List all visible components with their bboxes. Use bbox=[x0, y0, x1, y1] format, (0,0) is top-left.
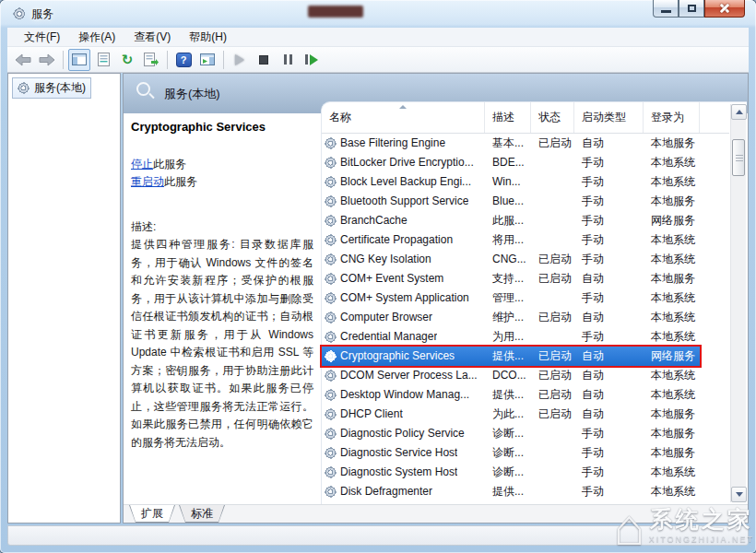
column-header-name[interactable]: 名称 bbox=[322, 102, 485, 133]
titlebar[interactable]: 服务 bbox=[0, 0, 756, 28]
menu-item[interactable]: 操作(A) bbox=[69, 28, 124, 47]
service-row[interactable]: Computer Browser 维护... 已启动 自动 本地系统 bbox=[322, 308, 700, 327]
scroll-down-button[interactable] bbox=[731, 487, 747, 502]
service-gear-icon bbox=[325, 486, 337, 498]
magnifier-gear-icon bbox=[136, 82, 150, 96]
service-row[interactable]: DCOM Server Process La... DCO... 已启动 自动 … bbox=[322, 366, 700, 385]
service-gear-icon bbox=[325, 312, 337, 324]
toolbar-separator bbox=[167, 51, 168, 69]
sort-ascending-icon bbox=[399, 105, 407, 109]
service-row[interactable]: Certificate Propagation 将用... 手动 本地系统 bbox=[322, 230, 700, 250]
extended-description-panel: Cryptographic Services 停止此服务 重启动此服务 描述: … bbox=[124, 113, 322, 504]
toolbar-separator bbox=[63, 51, 64, 69]
service-gear-icon bbox=[325, 253, 337, 265]
services-pane: 服务(本地) Cryptographic Services 停止此服务 重启动此… bbox=[123, 73, 749, 524]
service-row[interactable]: Diagnostic Policy Service 诊断... 手动 本地服务 bbox=[322, 424, 700, 443]
service-gear-icon bbox=[325, 234, 337, 246]
console-tree-panel: 服务(本地) bbox=[7, 73, 121, 524]
export-list-icon[interactable] bbox=[140, 49, 162, 71]
services-icon bbox=[18, 82, 30, 94]
toolbar-separator bbox=[223, 51, 224, 69]
pause-service-icon[interactable] bbox=[277, 49, 299, 71]
tree-item-services-local[interactable]: 服务(本地) bbox=[12, 77, 91, 99]
service-row[interactable]: CNG Key Isolation CNG... 已启动 手动 本地系统 bbox=[322, 250, 700, 269]
service-gear-icon bbox=[325, 137, 337, 149]
vertical-scrollbar[interactable] bbox=[730, 104, 746, 502]
service-row[interactable]: COM+ Event System 支持... 已启动 自动 本地服务 bbox=[322, 269, 700, 288]
list-header: 名称 描述 状态 启动类型 登录为 bbox=[322, 102, 729, 134]
start-service-icon[interactable] bbox=[229, 49, 251, 71]
service-gear-icon bbox=[325, 215, 337, 227]
stop-service-line: 停止此服务 bbox=[131, 156, 313, 173]
window-title: 服务 bbox=[31, 6, 53, 22]
service-gear-icon bbox=[325, 370, 337, 382]
description-label: 描述: bbox=[131, 218, 313, 236]
service-row[interactable]: Base Filtering Engine 基本... 已启动 自动 本地服务 bbox=[322, 134, 700, 153]
service-row[interactable]: BranchCache 此服... 手动 网络服务 bbox=[322, 211, 700, 230]
stop-service-link[interactable]: 停止 bbox=[131, 158, 153, 171]
service-gear-icon bbox=[325, 273, 337, 285]
help-icon[interactable]: ? bbox=[172, 49, 195, 71]
column-header-description[interactable]: 描述 bbox=[485, 102, 531, 133]
service-row[interactable]: Credential Manager 为用... 手动 本地系统 bbox=[322, 327, 700, 347]
column-header-startup-type[interactable]: 启动类型 bbox=[574, 102, 644, 133]
refresh-icon[interactable]: ↻ bbox=[116, 49, 138, 71]
scroll-up-button[interactable] bbox=[731, 104, 747, 120]
statusbar bbox=[7, 525, 749, 546]
service-row[interactable]: Diagnostic Service Host 诊断... 手动 本地服务 bbox=[322, 443, 700, 463]
service-gear-icon bbox=[325, 389, 337, 401]
service-row[interactable]: Diagnostic System Host 诊断... 手动 本地系统 bbox=[322, 463, 700, 482]
stop-link-suffix: 此服务 bbox=[153, 158, 186, 171]
scrollbar-thumb[interactable] bbox=[732, 139, 745, 176]
minimize-button[interactable] bbox=[653, 0, 679, 18]
back-icon[interactable] bbox=[12, 49, 34, 71]
service-gear-icon bbox=[325, 466, 337, 478]
service-row[interactable]: Bluetooth Support Service Blue... 手动 本地服… bbox=[322, 192, 700, 211]
censored-watermark bbox=[308, 6, 363, 18]
toolbar: ↻ ? bbox=[7, 47, 749, 73]
column-header-logon-as[interactable]: 登录为 bbox=[644, 102, 700, 133]
restart-service-link[interactable]: 重启动 bbox=[131, 175, 164, 188]
tree-item-label: 服务(本地) bbox=[34, 80, 86, 96]
forward-icon[interactable] bbox=[36, 49, 58, 71]
menu-item[interactable]: 帮助(H) bbox=[180, 28, 236, 47]
restart-service-line: 重启动此服务 bbox=[131, 173, 313, 191]
view-tab[interactable]: 扩展 bbox=[129, 505, 175, 523]
service-gear-icon bbox=[325, 408, 337, 420]
service-gear-icon bbox=[325, 331, 337, 343]
menu-item[interactable]: 文件(F) bbox=[15, 28, 69, 47]
properties-icon[interactable] bbox=[92, 49, 114, 71]
view-tab[interactable]: 标准 bbox=[179, 505, 225, 523]
service-row[interactable]: COM+ System Application 管理... 手动 本地系统 bbox=[322, 288, 700, 308]
service-row[interactable]: Cryptographic Services 提供... 已启动 自动 网络服务 bbox=[322, 347, 700, 366]
column-header-blank bbox=[700, 102, 729, 133]
services-mmc-window: 服务 文件(F)操作(A)查看(V)帮助(H) ↻ ? bbox=[0, 0, 756, 553]
service-gear-icon bbox=[325, 176, 337, 188]
services-list: 名称 描述 状态 启动类型 登录为 Base Filtering Engine … bbox=[321, 101, 747, 504]
service-gear-icon bbox=[325, 350, 337, 362]
close-button[interactable] bbox=[704, 0, 745, 18]
services-app-icon bbox=[13, 7, 26, 20]
column-header-status[interactable]: 状态 bbox=[531, 102, 574, 133]
service-row[interactable]: Block Level Backup Engi... Win... 手动 本地系… bbox=[322, 172, 700, 192]
selected-service-title: Cryptographic Services bbox=[131, 120, 313, 134]
service-gear-icon bbox=[325, 428, 337, 440]
service-row[interactable]: DHCP Client 为此... 已启动 自动 本地服务 bbox=[322, 405, 700, 424]
service-description: 提供四种管理服务: 目录数据库服务，用于确认 Windows 文件的签名和允许安… bbox=[131, 236, 313, 452]
service-gear-icon bbox=[325, 195, 337, 207]
menu-item[interactable]: 查看(V) bbox=[124, 28, 180, 47]
stop-service-icon[interactable] bbox=[253, 49, 275, 71]
menubar: 文件(F)操作(A)查看(V)帮助(H) bbox=[7, 28, 749, 47]
service-gear-icon bbox=[325, 157, 337, 169]
maximize-button[interactable] bbox=[679, 0, 704, 18]
show-console-tree-icon[interactable] bbox=[68, 49, 90, 71]
list-body: Base Filtering Engine 基本... 已启动 自动 本地服务 … bbox=[322, 134, 747, 501]
service-row[interactable]: BitLocker Drive Encryptio... BDE... 手动 本… bbox=[322, 153, 700, 172]
restart-service-icon[interactable] bbox=[301, 49, 323, 71]
service-row[interactable]: Disk Defragmenter 提供... 手动 本地系统 bbox=[322, 482, 700, 501]
restart-link-suffix: 此服务 bbox=[164, 175, 197, 188]
service-row[interactable]: Desktop Window Manag... 提供... 已启动 自动 本地系… bbox=[322, 385, 700, 405]
pane-title: 服务(本地) bbox=[164, 86, 220, 102]
show-action-pane-icon[interactable] bbox=[196, 49, 219, 71]
service-gear-icon bbox=[325, 292, 337, 304]
